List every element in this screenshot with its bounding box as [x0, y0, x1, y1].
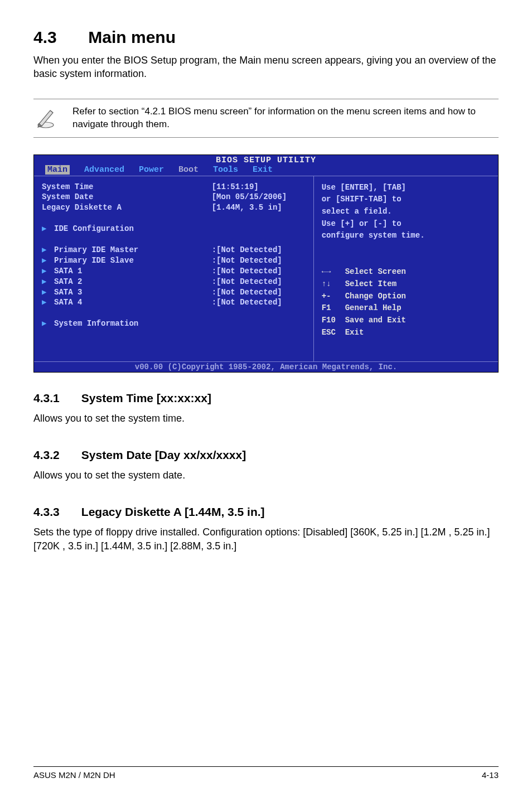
bios-key-row: ←→Select Screen — [322, 266, 492, 278]
bios-key-row: +-Change Option — [322, 291, 492, 303]
submenu-arrow-icon: ▶ — [42, 255, 47, 266]
bios-footer: v00.00 (C)Copyright 1985-2002, American … — [34, 361, 498, 372]
submenu-arrow-icon: ▶ — [42, 277, 47, 287]
bios-row: ▶Primary IDE Slave:[Not Detected] — [42, 255, 307, 266]
bios-row: ▶SATA 4:[Not Detected] — [42, 297, 307, 308]
bios-title: BIOS SETUP UTILITY — [34, 155, 498, 165]
bios-screenshot: BIOS SETUP UTILITY Main Advanced Power B… — [33, 154, 499, 373]
bios-row: System Date[Mon 05/15/2006] — [42, 192, 307, 202]
submenu-arrow-icon: ▶ — [42, 266, 47, 277]
bios-help-line: Use [ENTER], [TAB] — [322, 182, 492, 194]
bios-key-row: F10Save and Exit — [322, 315, 492, 327]
subsection-body: Sets the type of floppy drive installed.… — [33, 525, 499, 553]
subsection-title: System Date [Day xx/xx/xxxx] — [81, 448, 246, 461]
submenu-arrow-icon: ▶ — [42, 297, 47, 308]
submenu-arrow-icon: ▶ — [42, 318, 47, 329]
subsection-heading: 4.3.1 System Time [xx:xx:xx] — [33, 392, 499, 405]
heading-number: 4.3 — [33, 28, 84, 47]
bios-row: ▶SATA 1:[Not Detected] — [42, 266, 307, 277]
page-footer: ASUS M2N / M2N DH 4-13 — [33, 766, 499, 780]
subsection-title: Legacy Diskette A [1.44M, 3.5 in.] — [81, 505, 265, 518]
bios-help-line: configure system time. — [322, 230, 492, 242]
bios-tab-main: Main — [45, 165, 70, 175]
bios-row: ▶SATA 3:[Not Detected] — [42, 287, 307, 298]
bios-help-line: or [SHIFT-TAB] to — [322, 194, 492, 206]
bios-key-row: F1General Help — [322, 302, 492, 315]
heading-title: Main menu — [88, 28, 176, 46]
bios-key-row: ↑↓Select Item — [322, 278, 492, 291]
subsection-heading: 4.3.2 System Date [Day xx/xx/xxxx] — [33, 448, 499, 462]
note-box: Refer to section “4.2.1 BIOS menu screen… — [33, 99, 499, 138]
footer-right: 4-13 — [482, 770, 499, 780]
bios-left-panel: System Time[11:51:19] System Date[Mon 05… — [34, 176, 314, 361]
bios-tab-advanced: Advanced — [84, 165, 124, 175]
bios-help-line: Use [+] or [-] to — [322, 218, 492, 230]
bios-tab-bar: Main Advanced Power Boot Tools Exit — [34, 165, 498, 176]
bios-row: System Time[11:51:19] — [42, 182, 307, 192]
bios-row: Legacy Diskette A[1.44M, 3.5 in] — [42, 202, 307, 213]
footer-left: ASUS M2N / M2N DH — [33, 770, 115, 780]
bios-tab-tools: Tools — [213, 165, 238, 175]
bios-tab-boot: Boot — [178, 165, 199, 175]
pencil-icon — [33, 105, 58, 132]
subsection-number: 4.3.3 — [33, 505, 78, 519]
bios-row: ▶SATA 2:[Not Detected] — [42, 277, 307, 287]
bios-key-row: ESCExit — [322, 327, 492, 339]
bios-tab-exit: Exit — [253, 165, 273, 175]
bios-row: ▶Primary IDE Master:[Not Detected] — [42, 245, 307, 255]
bios-body: System Time[11:51:19] System Date[Mon 05… — [34, 176, 498, 361]
note-text: Refer to section “4.2.1 BIOS menu screen… — [72, 105, 499, 131]
subsection-body: Allows you to set the system time. — [33, 412, 499, 425]
subsection-body: Allows you to set the system date. — [33, 468, 499, 482]
subsection-heading: 4.3.3 Legacy Diskette A [1.44M, 3.5 in.] — [33, 505, 499, 519]
bios-tab-power: Power — [139, 165, 164, 175]
bios-help-line: select a field. — [322, 206, 492, 218]
subsection-number: 4.3.1 — [33, 392, 78, 405]
bios-help-panel: Use [ENTER], [TAB] or [SHIFT-TAB] to sel… — [314, 176, 498, 361]
bios-row: ▶System Information — [42, 318, 307, 329]
submenu-arrow-icon: ▶ — [42, 224, 47, 234]
bios-row: ▶IDE Configuration — [42, 224, 307, 234]
submenu-arrow-icon: ▶ — [42, 287, 47, 298]
subsection-number: 4.3.2 — [33, 448, 78, 462]
subsection-title: System Time [xx:xx:xx] — [81, 392, 211, 404]
intro-paragraph: When you enter the BIOS Setup program, t… — [33, 54, 499, 81]
submenu-arrow-icon: ▶ — [42, 245, 47, 255]
page-heading: 4.3 Main menu — [33, 28, 499, 47]
